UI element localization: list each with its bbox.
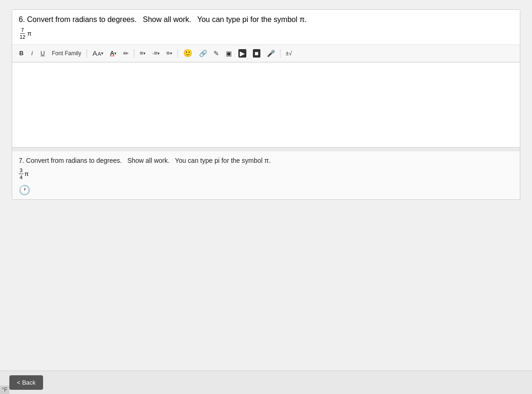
toolbar-separator-2: [134, 49, 134, 58]
play-button[interactable]: ▶: [236, 48, 249, 59]
link-icon: 🔗: [199, 50, 207, 57]
dropdown-arrow-align: ▾: [143, 51, 146, 56]
toolbar-separator-1: [87, 49, 87, 58]
fraction-display-q7: 3 4: [19, 167, 23, 181]
font-family-button[interactable]: Font Family: [49, 48, 84, 59]
pi-symbol-q7: π: [24, 170, 29, 177]
font-color-button[interactable]: A ▾: [108, 48, 119, 59]
edit-button[interactable]: ✎: [211, 48, 222, 59]
dropdown-arrow-color: ▾: [114, 51, 117, 56]
video-button[interactable]: ■: [251, 48, 263, 59]
editor-content-area[interactable]: [12, 63, 520, 147]
question-7-text: Convert from radians to degrees.: [26, 157, 122, 164]
pi-symbol-q6: π: [27, 30, 31, 37]
question-7-show-work: Show all work.: [127, 157, 170, 164]
link-button[interactable]: 🔗: [197, 48, 209, 59]
emoji-button[interactable]: 🙂: [181, 48, 195, 59]
mic-icon: 🎤: [267, 50, 275, 57]
question-6-show-work: Show all work.: [143, 15, 191, 23]
question-6-header: 6. Convert from radians to degrees. Show…: [12, 10, 520, 27]
temperature-display: °F: [0, 386, 9, 394]
fraction-numerator-q6: 7: [20, 27, 25, 34]
question-6-type-note: You can type pi for the symbol π.: [197, 15, 307, 23]
question-7-block: 7. Convert from radians to degrees. Show…: [12, 151, 520, 200]
fraction-numerator-q7: 3: [19, 167, 23, 174]
highlight-icon: ✏: [123, 50, 129, 57]
bold-button[interactable]: B: [17, 48, 26, 59]
list-button[interactable]: ≡ ▾: [164, 48, 175, 59]
highlight-button[interactable]: ✏: [121, 48, 131, 59]
plusminus-icon: ±√: [286, 50, 292, 57]
font-color-icon: A: [110, 50, 114, 57]
bottom-bar: < Back: [0, 371, 532, 394]
math-button[interactable]: ±√: [283, 48, 294, 59]
question-6-block: 6. Convert from radians to degrees. Show…: [12, 9, 520, 200]
question-7-fraction: 3 4 π: [19, 167, 513, 181]
question-6-text: Convert from radians to degrees.: [27, 15, 137, 23]
editor-toolbar: B i U Font Family AA ▾ A ▾ ✏: [12, 45, 520, 62]
indent-button[interactable]: ·≡ ▾: [150, 48, 162, 59]
indent-icon: ·≡: [152, 50, 157, 57]
play-icon: ▶: [238, 49, 246, 58]
question-7-type-note: You can type pi for the symbol π.: [175, 157, 271, 164]
align-button[interactable]: ≡ ▾: [137, 48, 148, 59]
big-a: A: [92, 49, 97, 57]
italic-button[interactable]: i: [28, 48, 36, 59]
content-area: 6. Convert from radians to degrees. Show…: [0, 0, 532, 228]
underline-button[interactable]: U: [38, 48, 47, 59]
list-icon: ≡: [166, 50, 170, 57]
dropdown-arrow-aa: ▾: [101, 51, 103, 56]
aa-icon: AA: [92, 49, 101, 57]
dropdown-arrow-indent: ▾: [157, 51, 160, 56]
question-6-number: 6.: [19, 15, 25, 23]
toolbar-separator-3: [177, 49, 178, 58]
edit-icon: ✎: [214, 50, 219, 57]
align-icon: ≡: [140, 50, 143, 57]
image-icon: ▣: [226, 50, 232, 57]
font-size-button[interactable]: AA ▾: [90, 48, 105, 59]
fraction-denominator-q6: 12: [19, 34, 26, 40]
page-container: 6. Convert from radians to degrees. Show…: [0, 0, 532, 394]
small-a: A: [97, 51, 101, 57]
dropdown-arrow-list: ▾: [170, 51, 172, 56]
question-6-fraction: 7 12 π: [12, 27, 520, 44]
toolbar-separator-4: [280, 49, 281, 58]
clock-icon: 🕐: [19, 185, 30, 195]
image-button[interactable]: ▣: [223, 48, 234, 59]
question-7-header: 7. Convert from radians to degrees. Show…: [19, 157, 513, 164]
question-7-number: 7.: [19, 157, 24, 164]
section-divider: [12, 147, 520, 151]
video-icon: ■: [253, 49, 260, 58]
back-button[interactable]: < Back: [9, 375, 43, 390]
emoji-icon: 🙂: [183, 49, 192, 58]
clock-icon-container: 🕐: [19, 184, 513, 196]
fraction-display-q6: 7 12: [19, 27, 26, 41]
fraction-denominator-q7: 4: [19, 174, 23, 181]
mic-button[interactable]: 🎤: [265, 48, 277, 59]
